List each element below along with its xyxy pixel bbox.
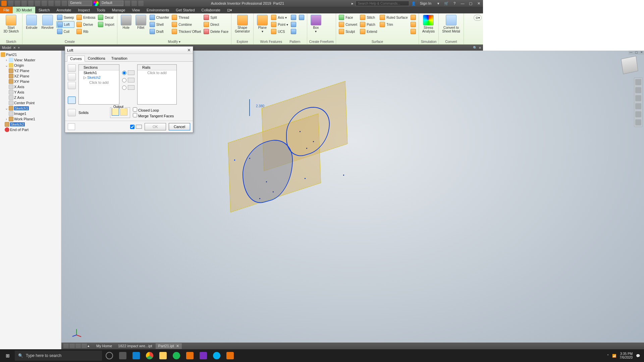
surface-ext2-button[interactable] (410, 21, 417, 28)
measure-icon[interactable] (125, 1, 130, 6)
minimize-button[interactable]: — (460, 1, 466, 5)
model-close-icon[interactable]: ✕ (13, 46, 16, 50)
tree-xz-plane[interactable]: XZ Plane (1, 73, 60, 79)
chamfer-button[interactable]: Chamfer (149, 14, 170, 21)
tab-environments[interactable]: Environments (143, 7, 172, 13)
help-search-input[interactable] (356, 1, 409, 6)
redo-icon[interactable] (35, 1, 40, 6)
thread-button[interactable]: Thread (171, 14, 202, 21)
patch-button[interactable]: Patch (359, 21, 378, 28)
team-icon[interactable] (48, 1, 54, 6)
tab-file[interactable]: File (0, 7, 13, 13)
pattern-rect-button[interactable] (290, 14, 297, 21)
axis-button[interactable]: Axis ▾ (270, 14, 289, 21)
shape-generator-button[interactable]: ShapeGenerator (233, 14, 251, 34)
material-dropdown[interactable]: Generic (68, 1, 92, 6)
extend-button[interactable]: Extend (359, 28, 378, 35)
model-add-icon[interactable]: + (18, 46, 20, 50)
tab-collaborate[interactable]: Collaborate (198, 7, 224, 13)
select-mode-3-button[interactable] (68, 82, 76, 89)
mirror-button[interactable] (290, 28, 297, 35)
select-icon[interactable] (55, 1, 60, 6)
stitch-button[interactable]: Stitch (359, 14, 378, 21)
point-button[interactable]: Point ▾ (270, 21, 289, 28)
home-icon[interactable] (42, 1, 47, 6)
trim-button[interactable]: Trim (379, 21, 408, 28)
rib-button[interactable]: Rib (76, 28, 96, 35)
section-add-hint[interactable]: Click to add (79, 80, 119, 85)
pattern-sk-button[interactable] (298, 14, 305, 21)
favorites-icon[interactable]: ▾ (435, 1, 441, 6)
tree-root[interactable]: Part21 (1, 52, 60, 57)
loft-button[interactable]: Loft (56, 21, 75, 28)
tab-inspect[interactable]: Inspect (75, 7, 93, 13)
solids-select-button[interactable] (68, 109, 76, 116)
appearance-icon[interactable] (62, 1, 67, 6)
tree-yz-plane[interactable]: YZ Plane (1, 68, 60, 73)
tree-work-plane1[interactable]: ›Work Plane1 (1, 116, 60, 122)
save-icon[interactable] (21, 1, 27, 6)
face-button[interactable]: Face (338, 14, 358, 21)
tab-get-started[interactable]: Get Started (172, 7, 198, 13)
fx-icon[interactable] (131, 1, 137, 6)
tree-x-axis[interactable]: X Axis (1, 84, 60, 89)
coil-button[interactable]: Coil (56, 28, 75, 35)
signin-link[interactable]: Sign In (418, 1, 433, 5)
tree-image1[interactable]: Image1 (1, 111, 60, 116)
extrude-button[interactable]: Extrude (24, 14, 39, 30)
undo-icon[interactable] (28, 1, 34, 6)
color-icon[interactable] (93, 1, 99, 6)
tree-center-point[interactable]: Center Point (1, 100, 60, 106)
rails-list[interactable]: Rails Click to add (137, 64, 177, 105)
tree-end-of-part[interactable]: End of Part (1, 127, 60, 132)
select-mode-4-button[interactable] (68, 97, 76, 104)
sweep-button[interactable]: Sweep (56, 14, 75, 21)
derive-button[interactable]: Derive (76, 21, 96, 28)
tree-xy-plane[interactable]: XY Plane (1, 79, 60, 84)
tree-sketch2[interactable]: Sketch2 (1, 122, 60, 127)
convert-button[interactable]: Convert (338, 21, 358, 28)
loft-type-2[interactable] (122, 78, 135, 82)
select-mode-2-button[interactable] (68, 73, 76, 80)
tree-view[interactable]: ›View: Master (1, 57, 60, 63)
fillet-button[interactable]: Fillet (134, 14, 148, 30)
draft-button[interactable]: Draft (149, 28, 170, 35)
tab-view[interactable]: View (128, 7, 143, 13)
ribbon-collapse-button[interactable]: ⊙▾ (474, 15, 482, 21)
help-icon[interactable]: ? (451, 1, 458, 5)
tab-annotate[interactable]: Annotate (53, 7, 74, 13)
decal-button[interactable]: Decal (97, 14, 115, 21)
convert-sheetmetal-button[interactable]: Convert toSheet Metal (441, 14, 461, 34)
closed-loop-checkbox[interactable]: Closed Loop (133, 107, 174, 112)
tab-curves[interactable]: Curves (67, 56, 85, 62)
open-icon[interactable] (15, 1, 20, 6)
emboss-button[interactable]: Emboss (76, 14, 96, 21)
dialog-expand-button[interactable] (68, 123, 75, 130)
delete-face-button[interactable]: Delete Face (203, 28, 229, 35)
surface-ext1-button[interactable] (410, 14, 417, 21)
new-icon[interactable] (8, 1, 13, 6)
section-row[interactable]: Sketch1 (79, 70, 119, 75)
direct-button[interactable]: Direct (203, 21, 229, 28)
thicken-button[interactable]: Thicken/ Offset (171, 28, 202, 35)
model-menu-icon[interactable]: ≡ (479, 46, 481, 50)
tab-transition[interactable]: Transition (108, 55, 130, 61)
start-sketch-button[interactable]: Start3D Sketch (2, 14, 20, 34)
section-row[interactable]: ▷ Sketch2 (79, 75, 119, 80)
dimension-value[interactable]: 2.380 (256, 104, 264, 108)
output-surface-button[interactable] (120, 108, 127, 116)
tab-sketch[interactable]: Sketch (35, 7, 53, 13)
merge-tangent-checkbox[interactable]: Merge Tangent Faces (133, 113, 174, 118)
shell-button[interactable]: Shell (149, 21, 170, 28)
loft-type-1[interactable] (122, 70, 135, 75)
appearance-dropdown[interactable]: Default (100, 1, 123, 6)
tree-origin[interactable]: ⌄Origin (1, 63, 60, 68)
tab-manage[interactable]: Manage (109, 7, 129, 13)
box-button[interactable]: Box▾ (309, 14, 323, 34)
loft-type-3[interactable] (122, 85, 135, 90)
tab-tools[interactable]: Tools (93, 7, 109, 13)
maximize-button[interactable]: ▢ (468, 1, 474, 6)
pattern-circ-button[interactable] (290, 21, 297, 28)
output-solid-button[interactable] (112, 108, 119, 116)
dialog-titlebar[interactable]: Loft ✕ (65, 47, 193, 54)
